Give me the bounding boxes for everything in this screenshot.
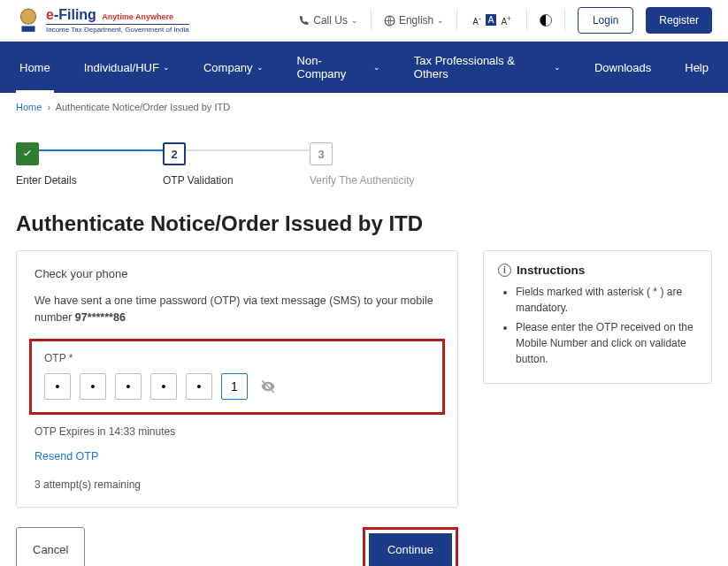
- call-us-dropdown[interactable]: Call Us ⌄: [299, 14, 358, 27]
- login-button[interactable]: Login: [578, 7, 633, 34]
- step-3-pending: 3: [310, 142, 333, 165]
- nav-taxprof[interactable]: Tax Professionals & Others⌄: [410, 42, 564, 93]
- eye-off-icon[interactable]: [260, 379, 276, 394]
- card-subtitle: Check your phone: [34, 267, 440, 280]
- otp-expiry: OTP Expires in 14:33 minutes: [34, 425, 440, 438]
- logo-filing: -Filing: [54, 7, 96, 22]
- step-2-label: OTP Validation: [163, 174, 310, 187]
- instructions-title: i Instructions: [498, 264, 697, 277]
- nav-company-label: Company: [203, 61, 253, 74]
- register-button[interactable]: Register: [646, 7, 712, 34]
- card-message: We have sent a one time password (OTP) v…: [34, 293, 440, 326]
- instructions-title-text: Instructions: [517, 264, 585, 277]
- step-connector: [186, 149, 310, 151]
- instruction-item: Please enter the OTP received on the Mob…: [516, 319, 697, 367]
- logo-tagline: Anytime Anywhere: [102, 12, 173, 21]
- attempts-remaining: 3 attempt(s) remaining: [34, 478, 440, 491]
- nav-home[interactable]: Home: [16, 42, 54, 93]
- resend-otp-link[interactable]: Resend OTP: [34, 450, 440, 463]
- instruction-item: Fields marked with asterisk ( * ) are ma…: [516, 284, 697, 316]
- breadcrumb: Home › Authenticate Notice/Order Issued …: [0, 93, 728, 121]
- stepper: 2 3: [16, 142, 712, 165]
- otp-digit-6[interactable]: [221, 373, 248, 400]
- step-1-done: [16, 142, 39, 165]
- emblem-icon: [16, 7, 41, 34]
- cancel-button[interactable]: Cancel: [16, 527, 85, 567]
- otp-label: OTP *: [44, 352, 430, 364]
- continue-highlight-box: Continue: [363, 527, 458, 567]
- otp-digit-4[interactable]: [150, 373, 177, 400]
- nav-noncompany-label: Non-Company: [297, 54, 370, 80]
- language-label: English: [399, 14, 433, 27]
- otp-inputs: [44, 373, 430, 400]
- nav-noncompany[interactable]: Non-Company⌄: [294, 42, 384, 93]
- card-mobile-number: 97******86: [75, 311, 126, 324]
- chevron-down-icon: ⌄: [351, 16, 358, 25]
- chevron-down-icon: ⌄: [373, 63, 380, 72]
- globe-icon: [384, 15, 395, 27]
- divider: [564, 10, 565, 31]
- continue-button[interactable]: Continue: [369, 533, 452, 566]
- action-buttons: Cancel Continue: [16, 527, 458, 567]
- font-size-controls: A- A A+: [470, 13, 514, 27]
- logo-sub: Income Tax Department, Government of Ind…: [46, 24, 189, 34]
- logo-text: e-Filing Anytime Anywhere Income Tax Dep…: [46, 7, 189, 34]
- phone-icon: [299, 15, 310, 26]
- instructions-card: i Instructions Fields marked with asteri…: [483, 250, 712, 384]
- chevron-down-icon: ⌄: [163, 63, 170, 72]
- breadcrumb-current: Authenticate Notice/Order Issued by ITD: [56, 102, 230, 112]
- check-icon: [21, 148, 34, 160]
- otp-digit-1[interactable]: [44, 373, 71, 400]
- nav-taxprof-label: Tax Professionals & Others: [414, 54, 550, 80]
- font-decrease[interactable]: A-: [470, 13, 483, 27]
- divider: [456, 10, 457, 31]
- header: e-Filing Anytime Anywhere Income Tax Dep…: [0, 0, 728, 42]
- chevron-down-icon: ⌄: [437, 16, 444, 25]
- svg-point-0: [20, 9, 35, 24]
- step-labels: Enter Details OTP Validation Verify The …: [16, 174, 712, 187]
- divider: [526, 10, 527, 31]
- logo-e: e: [46, 7, 54, 22]
- nav-downloads[interactable]: Downloads: [591, 42, 655, 93]
- font-increase[interactable]: A+: [498, 13, 514, 27]
- nav-individual-label: Individual/HUF: [84, 61, 159, 74]
- otp-highlight-box: OTP *: [29, 339, 445, 415]
- call-us-label: Call Us: [313, 14, 348, 27]
- nav-company[interactable]: Company⌄: [200, 42, 267, 93]
- chevron-down-icon: ⌄: [257, 63, 264, 72]
- step-2-current: 2: [163, 142, 186, 165]
- otp-digit-2[interactable]: [80, 373, 106, 400]
- nav-individual[interactable]: Individual/HUF⌄: [80, 42, 173, 93]
- contrast-toggle[interactable]: [540, 14, 552, 27]
- divider: [371, 10, 372, 31]
- otp-digit-3[interactable]: [115, 373, 142, 400]
- step-3-label: Verify The Authenticity: [310, 174, 456, 187]
- page-title: Authenticate Notice/Order Issued by ITD: [16, 211, 712, 236]
- language-dropdown[interactable]: English ⌄: [384, 14, 444, 27]
- chevron-down-icon: ⌄: [554, 63, 561, 72]
- otp-digit-5[interactable]: [186, 373, 212, 400]
- navbar: Home Individual/HUF⌄ Company⌄ Non-Compan…: [0, 42, 728, 93]
- otp-card: Check your phone We have sent a one time…: [16, 250, 458, 508]
- svg-rect-1: [22, 26, 35, 31]
- step-connector: [39, 149, 163, 151]
- logo[interactable]: e-Filing Anytime Anywhere Income Tax Dep…: [16, 7, 189, 34]
- header-right: Call Us ⌄ English ⌄ A- A A+ Login Regist…: [299, 7, 712, 34]
- step-1-label: Enter Details: [16, 174, 163, 187]
- info-icon: i: [498, 264, 511, 277]
- font-default[interactable]: A: [486, 14, 497, 26]
- breadcrumb-home[interactable]: Home: [16, 102, 42, 112]
- nav-help[interactable]: Help: [681, 42, 712, 93]
